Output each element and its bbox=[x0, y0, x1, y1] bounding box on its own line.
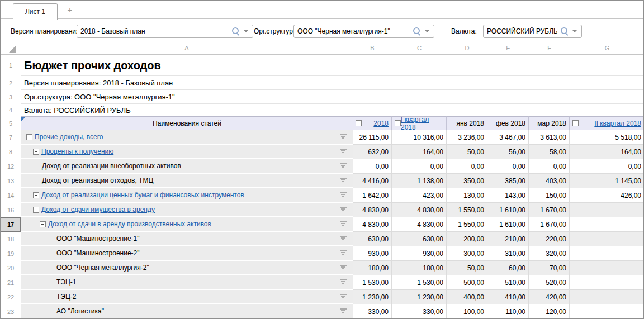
select-all-corner[interactable] bbox=[8, 46, 16, 54]
value-cell[interactable]: 0,00 bbox=[353, 159, 392, 174]
value-cell[interactable]: 120,00 bbox=[529, 304, 570, 319]
value-cell[interactable]: 56,00 bbox=[487, 145, 529, 159]
value-cell[interactable]: 0,00 bbox=[392, 159, 447, 174]
period-collapse-icon[interactable] bbox=[572, 120, 579, 126]
column-letter[interactable]: C bbox=[392, 42, 447, 54]
value-cell[interactable]: 630,00 bbox=[353, 232, 392, 246]
dropdown-caret-icon[interactable] bbox=[244, 30, 248, 32]
row-number[interactable]: 14 bbox=[1, 188, 21, 203]
value-cell[interactable]: 50,00 bbox=[447, 261, 487, 275]
article-cell[interactable]: Прочие доходы, всего bbox=[21, 130, 353, 144]
value-cell[interactable]: 1 550,00 bbox=[447, 217, 487, 232]
value-cell[interactable]: 4 830,00 bbox=[392, 203, 447, 217]
value-cell[interactable]: 400,00 bbox=[447, 290, 487, 304]
article-cell[interactable]: ООО "Машиностроение-2" bbox=[21, 246, 353, 260]
dropdown-caret-icon[interactable] bbox=[425, 30, 429, 32]
period-header-label[interactable]: I квартал 2018 bbox=[401, 116, 446, 131]
value-cell[interactable]: 164,00 bbox=[570, 145, 644, 159]
value-cell[interactable]: 930,00 bbox=[392, 246, 447, 261]
value-cell[interactable]: 426,00 bbox=[570, 188, 644, 203]
sheet-tab[interactable]: Лист 1 bbox=[13, 3, 58, 20]
value-cell[interactable]: 1 145,00 bbox=[570, 174, 644, 188]
row-number[interactable]: 22 bbox=[1, 290, 21, 304]
value-cell[interactable]: 385,00 bbox=[487, 174, 529, 188]
filter-icon[interactable] bbox=[339, 265, 347, 270]
value-cell[interactable]: 150,00 bbox=[529, 188, 570, 203]
row-number[interactable]: 16 bbox=[1, 203, 21, 217]
filter-icon[interactable] bbox=[339, 134, 347, 140]
article-label[interactable]: Доход от сдачи имущества в аренду bbox=[41, 206, 155, 213]
period-header-label[interactable]: 2018 bbox=[373, 120, 391, 127]
column-letter[interactable]: B bbox=[353, 42, 392, 54]
article-label[interactable]: Доход от реализации ценных бумаг и финан… bbox=[41, 191, 244, 199]
row-number[interactable]: 5 bbox=[1, 116, 21, 130]
value-cell[interactable]: 410,00 bbox=[487, 290, 529, 304]
period-header-label[interactable]: II квартал 2018 bbox=[594, 120, 644, 127]
filter-icon[interactable] bbox=[339, 236, 347, 241]
article-cell[interactable]: Доход от реализации ценных бумаг и финан… bbox=[21, 188, 353, 202]
column-letter[interactable]: A bbox=[21, 42, 353, 54]
value-cell[interactable] bbox=[570, 290, 644, 304]
value-cell[interactable]: 630,00 bbox=[392, 232, 447, 246]
article-cell[interactable]: ООО "Черная металлургия-2" bbox=[21, 261, 353, 274]
expand-minus-icon[interactable] bbox=[40, 221, 46, 227]
article-cell[interactable]: Доход от реализации внеоборотных активов bbox=[21, 159, 353, 173]
value-cell[interactable]: 0,00 bbox=[447, 159, 487, 174]
value-cell[interactable]: 1 670,00 bbox=[529, 217, 570, 232]
article-label[interactable]: Проценты к получению bbox=[41, 147, 113, 155]
value-cell[interactable]: 420,00 bbox=[529, 290, 570, 304]
row-number[interactable]: 7 bbox=[1, 130, 21, 145]
value-cell[interactable]: 26 115,00 bbox=[353, 130, 392, 145]
row-number[interactable]: 13 bbox=[1, 174, 21, 188]
value-cell[interactable]: 1 230,00 bbox=[353, 290, 392, 304]
value-cell[interactable]: 180,00 bbox=[392, 261, 447, 275]
value-cell[interactable]: 50,00 bbox=[447, 145, 487, 159]
filter-icon[interactable] bbox=[339, 308, 347, 314]
article-cell[interactable]: Доход от сдачи в аренду производственных… bbox=[21, 217, 353, 231]
value-cell[interactable]: 0,00 bbox=[487, 159, 529, 174]
value-cell[interactable]: 220,00 bbox=[529, 232, 570, 246]
value-cell[interactable]: 4 830,00 bbox=[392, 217, 447, 232]
value-cell[interactable]: 3 236,00 bbox=[447, 130, 487, 145]
value-cell[interactable]: 1 610,00 bbox=[487, 217, 529, 232]
period-header-cell[interactable]: мар 2018 bbox=[529, 116, 570, 130]
value-cell[interactable]: 10 316,00 bbox=[392, 130, 447, 145]
dropdown-caret-icon[interactable] bbox=[572, 30, 577, 32]
row-number[interactable]: 1 bbox=[1, 55, 21, 76]
row-number[interactable]: 19 bbox=[1, 246, 21, 261]
period-header-cell[interactable]: I квартал 2018 bbox=[392, 116, 447, 130]
value-cell[interactable]: 70,00 bbox=[529, 261, 570, 275]
article-label[interactable]: Доход от сдачи в аренду производственных… bbox=[48, 220, 211, 228]
row-number[interactable]: 2 bbox=[1, 76, 21, 90]
period-collapse-icon[interactable] bbox=[395, 120, 401, 126]
period-header-cell[interactable]: янв 2018 bbox=[447, 116, 487, 130]
currency-input[interactable]: РОССИЙСКИЙ РУБЛЬ bbox=[483, 25, 582, 38]
value-cell[interactable]: 58,00 bbox=[529, 145, 570, 159]
column-letter[interactable]: E bbox=[487, 42, 529, 54]
value-cell[interactable]: 930,00 bbox=[353, 246, 392, 261]
value-cell[interactable]: 1 670,00 bbox=[529, 203, 570, 217]
article-cell[interactable]: АО "Логистика" bbox=[21, 304, 353, 318]
value-cell[interactable]: 423,00 bbox=[392, 188, 447, 203]
period-header-cell[interactable]: II квартал 2018 bbox=[570, 116, 644, 130]
expand-minus-icon[interactable] bbox=[26, 134, 32, 140]
value-cell[interactable]: 0,00 bbox=[529, 159, 570, 174]
value-cell[interactable]: 403,00 bbox=[529, 174, 570, 188]
value-cell[interactable] bbox=[570, 246, 644, 261]
row-number[interactable]: 23 bbox=[1, 304, 21, 319]
period-collapse-icon[interactable] bbox=[356, 120, 362, 126]
expand-plus-icon[interactable] bbox=[33, 149, 39, 155]
filter-icon[interactable] bbox=[339, 163, 347, 169]
value-cell[interactable]: 143,00 bbox=[487, 188, 529, 203]
value-cell[interactable]: 330,00 bbox=[353, 304, 392, 319]
value-cell[interactable] bbox=[570, 217, 644, 232]
value-cell[interactable]: 500,00 bbox=[447, 275, 487, 290]
value-cell[interactable]: 4 830,00 bbox=[353, 203, 392, 217]
filter-icon[interactable] bbox=[339, 250, 347, 256]
value-cell[interactable]: 60,00 bbox=[487, 261, 529, 275]
value-cell[interactable]: 130,00 bbox=[447, 188, 487, 203]
article-cell[interactable]: Доход от реализации отходов, ТМЦ bbox=[21, 174, 353, 187]
value-cell[interactable] bbox=[570, 203, 644, 217]
row-number[interactable]: 4 bbox=[1, 104, 21, 116]
value-cell[interactable]: 310,00 bbox=[487, 246, 529, 261]
